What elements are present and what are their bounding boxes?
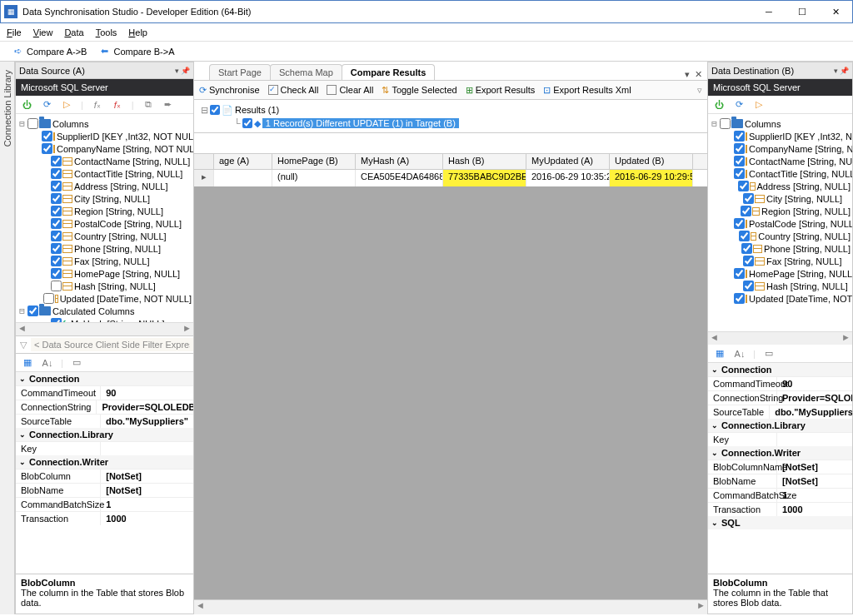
- tree-checkbox[interactable]: [734, 218, 745, 229]
- property-value[interactable]: 1: [777, 489, 852, 502]
- property-value[interactable]: 1000: [777, 503, 852, 516]
- property-key[interactable]: BlobName: [708, 474, 777, 488]
- grid-row[interactable]: ▸ (null) CEA505E4DA64868... 77335BABC9D2…: [194, 170, 707, 186]
- column-label[interactable]: ContactName [String, NULL]: [749, 156, 852, 166]
- column-label[interactable]: Hash [String, NULL]: [766, 281, 848, 291]
- grid-horizontal-scrollbar[interactable]: ◄►: [194, 599, 707, 614]
- column-label[interactable]: CompanyName [String, NOT NULL]: [749, 144, 852, 154]
- maximize-button[interactable]: ☐: [786, 1, 819, 22]
- tree-checkbox[interactable]: [734, 268, 745, 279]
- property-key[interactable]: Key: [708, 433, 777, 446]
- tree-checkbox[interactable]: [51, 181, 62, 191]
- property-key[interactable]: BlobName: [16, 484, 101, 497]
- check-all-button[interactable]: Check All: [268, 85, 319, 95]
- property-value[interactable]: [NotSet]: [777, 474, 852, 488]
- tree-root-calculated[interactable]: Calculated Columns: [52, 306, 134, 316]
- property-key[interactable]: Transaction: [708, 503, 777, 516]
- copy-icon[interactable]: ⧉: [142, 99, 154, 111]
- property-value[interactable]: [NotSet]: [777, 460, 852, 474]
- results-tree[interactable]: ⊟📄Results (1) └◆1 Record(s) Different UP…: [194, 100, 707, 133]
- fx-icon[interactable]: fₓ: [92, 99, 103, 111]
- col-homepage-b[interactable]: HomePage (B): [272, 154, 356, 169]
- menu-file[interactable]: FFileile: [7, 27, 22, 37]
- results-root-checkbox[interactable]: [210, 105, 220, 115]
- column-label[interactable]: HomePage [String, NULL]: [74, 269, 180, 279]
- tab-start-page[interactable]: Start Page: [209, 64, 271, 80]
- tree-root-columns[interactable]: Columns: [52, 119, 88, 129]
- property-value[interactable]: 1: [101, 498, 193, 511]
- tree-checkbox[interactable]: [741, 243, 752, 254]
- column-label[interactable]: SupplierID [KEY ,Int32, NOT NULL]: [57, 132, 193, 142]
- tree-checkbox[interactable]: [51, 168, 62, 179]
- expand-icon[interactable]: ⌄: [711, 519, 718, 527]
- property-value[interactable]: [NotSet]: [101, 469, 193, 483]
- dropdown-icon[interactable]: ▾: [834, 67, 838, 75]
- col-hash-b[interactable]: Hash (B): [443, 154, 526, 169]
- col-myupdated-a[interactable]: MyUpdated (A): [526, 154, 610, 169]
- power-icon[interactable]: ⏻: [21, 99, 32, 111]
- column-label[interactable]: Updated [DateTime, NOT NULL]: [749, 294, 852, 304]
- tab-compare-results[interactable]: Compare Results: [342, 64, 435, 80]
- column-label[interactable]: Hash [String, NULL]: [74, 281, 156, 291]
- results-child-label[interactable]: 1 Record(s) Different UPDATE (1) in Targ…: [262, 118, 459, 128]
- column-label[interactable]: SupplierID [KEY ,Int32, NOT NULL]: [749, 132, 852, 142]
- tab-schema-map[interactable]: Schema Map: [270, 64, 342, 80]
- tree-checkbox[interactable]: [734, 293, 745, 304]
- category-label[interactable]: SQL: [721, 518, 741, 528]
- source-property-grid[interactable]: ⌄ConnectionCommandTimeout90ConnectionStr…: [16, 372, 193, 574]
- destination-property-grid[interactable]: ⌄ConnectionCommandTimeout90ConnectionStr…: [708, 363, 852, 574]
- column-label[interactable]: ContactTitle [String, NULL]: [74, 169, 182, 179]
- tab-close-icon[interactable]: ✕: [695, 69, 702, 80]
- column-label[interactable]: Fax [String, NULL]: [74, 256, 149, 266]
- connection-library-tab[interactable]: Connection Library: [0, 62, 15, 614]
- dropdown-icon[interactable]: ▾: [175, 67, 179, 75]
- source-columns-tree[interactable]: ⊟Columns SupplierID [KEY ,Int32, NOT NUL…: [16, 114, 193, 322]
- menu-data[interactable]: Data: [64, 27, 83, 37]
- property-key[interactable]: CommandBatchSize: [16, 498, 101, 511]
- property-value[interactable]: Provider=SQLOLEDB: [777, 391, 852, 405]
- tree-checkbox[interactable]: [51, 206, 62, 216]
- tree-checkbox[interactable]: [743, 193, 754, 204]
- property-key[interactable]: ConnectionString: [16, 400, 97, 414]
- alpha-sort-icon[interactable]: A↓: [41, 356, 54, 370]
- menu-tools[interactable]: Tools: [96, 27, 117, 37]
- property-key[interactable]: ConnectionString: [708, 391, 777, 405]
- clear-all-button[interactable]: Clear All: [327, 85, 373, 95]
- tree-checkbox[interactable]: [51, 231, 62, 241]
- export-results-xml-button[interactable]: ⊡Export Results Xml: [543, 85, 631, 96]
- menu-help[interactable]: Help: [128, 27, 147, 37]
- col-age-a[interactable]: age (A): [214, 154, 272, 169]
- tree-checkbox[interactable]: [734, 131, 745, 142]
- filter-icon[interactable]: ▽: [16, 340, 31, 350]
- tree-checkbox[interactable]: [720, 118, 731, 129]
- property-key[interactable]: CommandBatchSize: [708, 489, 777, 502]
- expand-icon[interactable]: ⌄: [711, 449, 718, 457]
- menu-view[interactable]: View: [33, 27, 53, 37]
- expand-icon[interactable]: ⌄: [19, 458, 26, 466]
- property-key[interactable]: CommandTimeout: [708, 377, 777, 390]
- compare-ba-button[interactable]: ⬅ Compare B->A: [98, 46, 174, 57]
- column-label[interactable]: HomePage [String, NULL]: [749, 269, 852, 279]
- tree-checkbox[interactable]: [734, 143, 745, 154]
- column-label[interactable]: Region [String, NULL]: [74, 206, 163, 216]
- properties-icon[interactable]: ▭: [762, 347, 776, 360]
- property-value[interactable]: [101, 442, 193, 455]
- alpha-sort-icon[interactable]: A↓: [733, 347, 746, 360]
- pin-icon[interactable]: 📌: [840, 67, 849, 75]
- close-button[interactable]: ✕: [819, 1, 852, 22]
- fx-remove-icon[interactable]: fₓ: [112, 99, 123, 111]
- horizontal-scrollbar[interactable]: ◄►: [708, 331, 852, 345]
- property-value[interactable]: [777, 433, 852, 446]
- category-label[interactable]: Connection.Writer: [29, 457, 108, 467]
- power-icon[interactable]: ⏻: [713, 99, 725, 111]
- category-label[interactable]: Connection.Library: [721, 420, 806, 430]
- toggle-selected-button[interactable]: ⇅Toggle Selected: [382, 85, 456, 96]
- property-value[interactable]: dbo."MySuppliers": [101, 415, 193, 428]
- column-label[interactable]: CompanyName [String, NOT NULL]: [57, 144, 193, 154]
- tree-root-columns[interactable]: Columns: [745, 119, 781, 129]
- column-label[interactable]: Address [String, NULL]: [74, 181, 168, 191]
- tree-checkbox[interactable]: [734, 168, 745, 179]
- column-label[interactable]: ContactName [String, NULL]: [74, 156, 190, 166]
- category-sort-icon[interactable]: ▦: [21, 356, 34, 370]
- column-label[interactable]: ContactTitle [String, NULL]: [749, 169, 852, 179]
